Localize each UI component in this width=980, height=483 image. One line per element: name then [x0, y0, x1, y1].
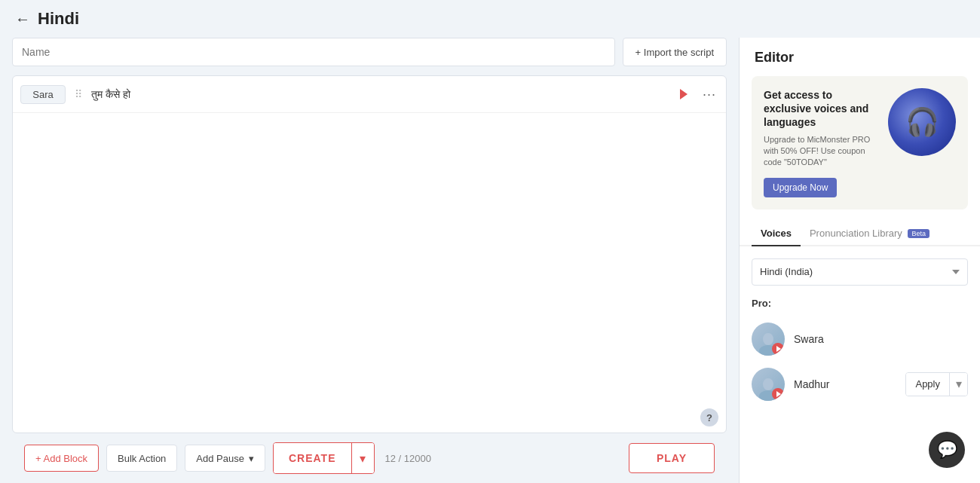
bottom-toolbar: + Add Block Bulk Action Add Pause ▾ CREA…	[12, 433, 727, 483]
name-input[interactable]	[12, 38, 615, 66]
editor-title: Editor	[755, 50, 965, 66]
play-triangle-icon	[776, 346, 781, 352]
upgrade-now-button[interactable]: Upgrade Now	[764, 178, 837, 197]
promo-heading: Get access to exclusive voices and langu…	[764, 88, 880, 130]
left-panel: + Import the script Sara ⠿ ··· ?	[0, 38, 739, 483]
voice-item-madhur: Madhur Apply ▾	[740, 362, 980, 407]
svg-marker-0	[680, 89, 688, 99]
promo-body: Upgrade to MicMonster PRO with 50% OFF! …	[764, 134, 880, 169]
play-triangle-icon	[776, 391, 781, 397]
promo-text: Get access to exclusive voices and langu…	[764, 88, 880, 197]
add-pause-button[interactable]: Add Pause ▾	[185, 445, 265, 472]
create-dropdown-button[interactable]: ▾	[351, 443, 374, 473]
chat-icon: 💬	[937, 440, 957, 460]
svg-point-1	[763, 333, 773, 345]
headphone-icon: 🎧	[905, 106, 939, 138]
main-layout: + Import the script Sara ⠿ ··· ?	[0, 38, 980, 483]
voice-avatar-madhur	[752, 368, 785, 401]
tab-pronunciation-library[interactable]: Pronunciation Library Beta	[801, 222, 939, 246]
chat-widget-button[interactable]: 💬	[929, 432, 965, 468]
voice-play-badge-swara[interactable]	[772, 343, 784, 355]
speaker-badge[interactable]: Sara	[20, 85, 66, 104]
add-pause-chevron-icon: ▾	[249, 453, 254, 464]
import-script-button[interactable]: + Import the script	[623, 38, 727, 66]
bulk-action-button[interactable]: Bulk Action	[106, 445, 177, 472]
play-button[interactable]: PLAY	[629, 443, 715, 473]
help-area: ?	[13, 402, 726, 433]
create-button[interactable]: CREATE	[274, 443, 351, 473]
language-select[interactable]: Hindi (India) English (US) English (UK)	[752, 258, 968, 286]
voice-play-badge-madhur[interactable]	[772, 388, 784, 400]
svg-point-3	[763, 378, 773, 390]
more-options-button[interactable]: ···	[700, 85, 718, 103]
script-row: Sara ⠿ ···	[13, 76, 726, 113]
script-empty-area	[13, 113, 726, 402]
add-block-button[interactable]: + Add Block	[24, 445, 99, 472]
voice-item-swara: Swara	[740, 316, 980, 362]
script-text-input[interactable]	[91, 82, 667, 106]
script-area: Sara ⠿ ··· ?	[12, 75, 727, 433]
pro-label: Pro:	[740, 298, 980, 316]
apply-dropdown-button[interactable]: ▾	[949, 373, 967, 396]
promo-card: Get access to exclusive voices and langu…	[752, 76, 968, 209]
apply-button[interactable]: Apply	[906, 373, 949, 396]
back-button[interactable]: ←	[15, 11, 30, 28]
add-pause-label: Add Pause	[196, 453, 244, 464]
row-play-button[interactable]	[673, 84, 694, 105]
drag-handle-icon[interactable]: ⠿	[72, 88, 85, 100]
editor-header: Editor	[740, 38, 980, 76]
create-button-group: CREATE ▾	[273, 442, 375, 474]
voice-name-madhur: Madhur	[794, 378, 896, 390]
voice-avatar-swara	[752, 323, 785, 356]
page-title: Hindi	[38, 9, 79, 29]
char-count: 12 / 12000	[385, 453, 431, 464]
apply-button-group: Apply ▾	[905, 372, 968, 396]
right-panel: Editor Get access to exclusive voices an…	[739, 38, 980, 483]
help-icon[interactable]: ?	[700, 408, 718, 426]
tab-voices[interactable]: Voices	[752, 222, 801, 246]
promo-image: 🎧	[888, 88, 956, 156]
create-chevron-icon: ▾	[360, 451, 366, 466]
apply-chevron-icon: ▾	[956, 377, 962, 391]
name-row: + Import the script	[12, 38, 727, 66]
page-header: ← Hindi	[0, 0, 980, 38]
beta-badge: Beta	[908, 229, 929, 238]
editor-tabs: Voices Pronunciation Library Beta	[740, 222, 980, 246]
voice-name-swara: Swara	[794, 333, 968, 345]
